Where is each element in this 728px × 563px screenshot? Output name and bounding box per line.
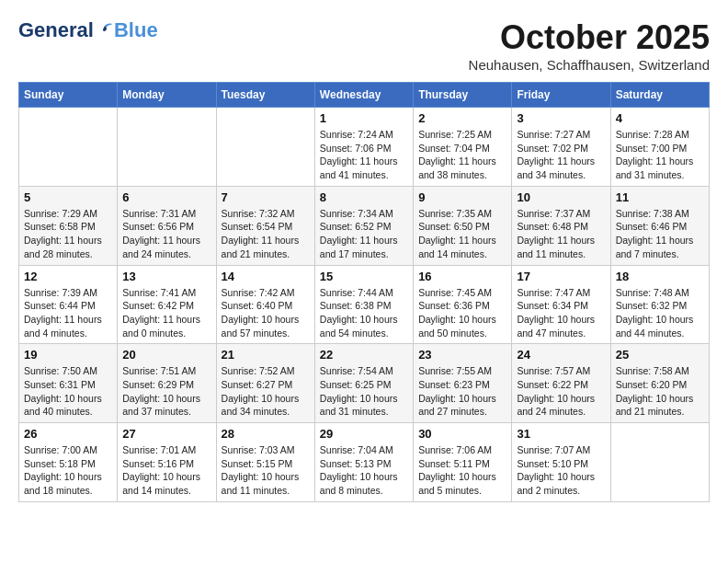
day-number: 10 [517, 190, 605, 204]
day-info: Sunrise: 7:27 AM Sunset: 7:02 PM Dayligh… [517, 128, 605, 182]
logo: General Blue [18, 18, 158, 42]
calendar-cell: 15Sunrise: 7:44 AM Sunset: 6:38 PM Dayli… [314, 265, 413, 344]
calendar-cell: 2Sunrise: 7:25 AM Sunset: 7:04 PM Daylig… [414, 108, 512, 187]
logo-blue-text: Blue [114, 18, 158, 42]
day-info: Sunrise: 7:38 AM Sunset: 6:46 PM Dayligh… [616, 207, 704, 261]
weekday-header-row: SundayMondayTuesdayWednesdayThursdayFrid… [19, 83, 710, 108]
day-number: 24 [517, 348, 605, 362]
calendar-cell: 5Sunrise: 7:29 AM Sunset: 6:58 PM Daylig… [19, 186, 118, 265]
day-info: Sunrise: 7:51 AM Sunset: 6:29 PM Dayligh… [122, 364, 210, 419]
page-header: General Blue October 2025 Neuhausen, Sch… [18, 18, 710, 73]
weekday-header-monday: Monday [118, 83, 216, 108]
calendar-table: SundayMondayTuesdayWednesdayThursdayFrid… [18, 82, 710, 502]
day-number: 17 [517, 270, 605, 283]
calendar-cell: 22Sunrise: 7:54 AM Sunset: 6:25 PM Dayli… [314, 344, 413, 423]
weekday-header-wednesday: Wednesday [314, 83, 413, 108]
day-info: Sunrise: 7:29 AM Sunset: 6:58 PM Dayligh… [24, 207, 112, 261]
calendar-cell: 3Sunrise: 7:27 AM Sunset: 7:02 PM Daylig… [512, 108, 610, 187]
calendar-cell: 14Sunrise: 7:42 AM Sunset: 6:40 PM Dayli… [216, 265, 314, 344]
calendar-week-4: 19Sunrise: 7:50 AM Sunset: 6:31 PM Dayli… [19, 344, 710, 423]
calendar-cell: 7Sunrise: 7:32 AM Sunset: 6:54 PM Daylig… [216, 186, 314, 265]
day-info: Sunrise: 7:03 AM Sunset: 5:15 PM Dayligh… [222, 443, 310, 498]
day-info: Sunrise: 7:58 AM Sunset: 6:20 PM Dayligh… [616, 364, 704, 419]
day-info: Sunrise: 7:41 AM Sunset: 6:42 PM Dayligh… [122, 286, 210, 340]
day-number: 25 [616, 348, 704, 362]
day-number: 20 [122, 348, 210, 362]
day-info: Sunrise: 7:07 AM Sunset: 5:10 PM Dayligh… [517, 443, 605, 498]
day-number: 27 [122, 427, 210, 441]
calendar-cell: 1Sunrise: 7:24 AM Sunset: 7:06 PM Daylig… [314, 108, 413, 187]
day-info: Sunrise: 7:34 AM Sunset: 6:52 PM Dayligh… [320, 207, 408, 261]
day-info: Sunrise: 7:57 AM Sunset: 6:22 PM Dayligh… [517, 364, 605, 419]
day-number: 28 [222, 427, 310, 441]
day-info: Sunrise: 7:28 AM Sunset: 7:00 PM Dayligh… [616, 128, 704, 182]
day-number: 4 [616, 111, 704, 125]
day-number: 2 [418, 111, 506, 125]
calendar-cell: 18Sunrise: 7:48 AM Sunset: 6:32 PM Dayli… [610, 265, 709, 344]
day-number: 14 [222, 270, 310, 283]
day-info: Sunrise: 7:00 AM Sunset: 5:18 PM Dayligh… [24, 443, 112, 498]
calendar-week-1: 1Sunrise: 7:24 AM Sunset: 7:06 PM Daylig… [19, 108, 710, 187]
day-info: Sunrise: 7:24 AM Sunset: 7:06 PM Dayligh… [320, 128, 408, 182]
calendar-cell: 29Sunrise: 7:04 AM Sunset: 5:13 PM Dayli… [314, 423, 413, 502]
calendar-cell [118, 108, 216, 187]
day-info: Sunrise: 7:06 AM Sunset: 5:11 PM Dayligh… [418, 443, 506, 498]
day-number: 12 [24, 270, 112, 283]
calendar-cell: 24Sunrise: 7:57 AM Sunset: 6:22 PM Dayli… [512, 344, 610, 423]
weekday-header-tuesday: Tuesday [216, 83, 314, 108]
calendar-cell: 12Sunrise: 7:39 AM Sunset: 6:44 PM Dayli… [19, 265, 118, 344]
calendar-cell: 28Sunrise: 7:03 AM Sunset: 5:15 PM Dayli… [216, 423, 314, 502]
day-info: Sunrise: 7:31 AM Sunset: 6:56 PM Dayligh… [122, 207, 210, 261]
calendar-cell: 13Sunrise: 7:41 AM Sunset: 6:42 PM Dayli… [118, 265, 216, 344]
day-info: Sunrise: 7:52 AM Sunset: 6:27 PM Dayligh… [222, 364, 310, 419]
day-number: 9 [418, 190, 506, 204]
day-info: Sunrise: 7:44 AM Sunset: 6:38 PM Dayligh… [320, 286, 408, 340]
day-number: 3 [517, 111, 605, 125]
location-text: Neuhausen, Schaffhausen, Switzerland [469, 57, 710, 73]
weekday-header-friday: Friday [512, 83, 610, 108]
day-info: Sunrise: 7:50 AM Sunset: 6:31 PM Dayligh… [24, 364, 112, 419]
day-info: Sunrise: 7:32 AM Sunset: 6:54 PM Dayligh… [222, 207, 310, 261]
day-info: Sunrise: 7:35 AM Sunset: 6:50 PM Dayligh… [418, 207, 506, 261]
day-info: Sunrise: 7:54 AM Sunset: 6:25 PM Dayligh… [320, 364, 408, 419]
weekday-header-sunday: Sunday [19, 83, 118, 108]
day-number: 1 [320, 111, 408, 125]
day-number: 15 [320, 270, 408, 283]
day-number: 30 [418, 427, 506, 441]
day-number: 18 [616, 270, 704, 283]
calendar-cell: 6Sunrise: 7:31 AM Sunset: 6:56 PM Daylig… [118, 186, 216, 265]
day-number: 16 [418, 270, 506, 283]
day-number: 31 [517, 427, 605, 441]
day-info: Sunrise: 7:39 AM Sunset: 6:44 PM Dayligh… [24, 286, 112, 340]
calendar-cell: 19Sunrise: 7:50 AM Sunset: 6:31 PM Dayli… [19, 344, 118, 423]
calendar-cell [216, 108, 314, 187]
calendar-cell: 16Sunrise: 7:45 AM Sunset: 6:36 PM Dayli… [414, 265, 512, 344]
calendar-cell: 23Sunrise: 7:55 AM Sunset: 6:23 PM Dayli… [414, 344, 512, 423]
calendar-cell [610, 423, 709, 502]
day-number: 26 [24, 427, 112, 441]
day-number: 11 [616, 190, 704, 204]
calendar-week-5: 26Sunrise: 7:00 AM Sunset: 5:18 PM Dayli… [19, 423, 710, 502]
logo-general-text: General [18, 18, 94, 42]
weekday-header-thursday: Thursday [414, 83, 512, 108]
day-info: Sunrise: 7:04 AM Sunset: 5:13 PM Dayligh… [320, 443, 408, 498]
calendar-cell: 25Sunrise: 7:58 AM Sunset: 6:20 PM Dayli… [610, 344, 709, 423]
day-number: 21 [222, 348, 310, 362]
day-info: Sunrise: 7:01 AM Sunset: 5:16 PM Dayligh… [122, 443, 210, 498]
logo-bird-icon [96, 21, 114, 40]
day-info: Sunrise: 7:55 AM Sunset: 6:23 PM Dayligh… [418, 364, 506, 419]
day-info: Sunrise: 7:42 AM Sunset: 6:40 PM Dayligh… [222, 286, 310, 340]
weekday-header-saturday: Saturday [610, 83, 709, 108]
calendar-cell: 30Sunrise: 7:06 AM Sunset: 5:11 PM Dayli… [414, 423, 512, 502]
calendar-cell: 21Sunrise: 7:52 AM Sunset: 6:27 PM Dayli… [216, 344, 314, 423]
month-title: October 2025 [469, 18, 710, 57]
calendar-cell: 8Sunrise: 7:34 AM Sunset: 6:52 PM Daylig… [314, 186, 413, 265]
calendar-week-3: 12Sunrise: 7:39 AM Sunset: 6:44 PM Dayli… [19, 265, 710, 344]
day-number: 13 [122, 270, 210, 283]
calendar-cell: 4Sunrise: 7:28 AM Sunset: 7:00 PM Daylig… [610, 108, 709, 187]
day-number: 22 [320, 348, 408, 362]
day-number: 5 [24, 190, 112, 204]
calendar-cell: 26Sunrise: 7:00 AM Sunset: 5:18 PM Dayli… [19, 423, 118, 502]
day-number: 23 [418, 348, 506, 362]
day-number: 7 [222, 190, 310, 204]
